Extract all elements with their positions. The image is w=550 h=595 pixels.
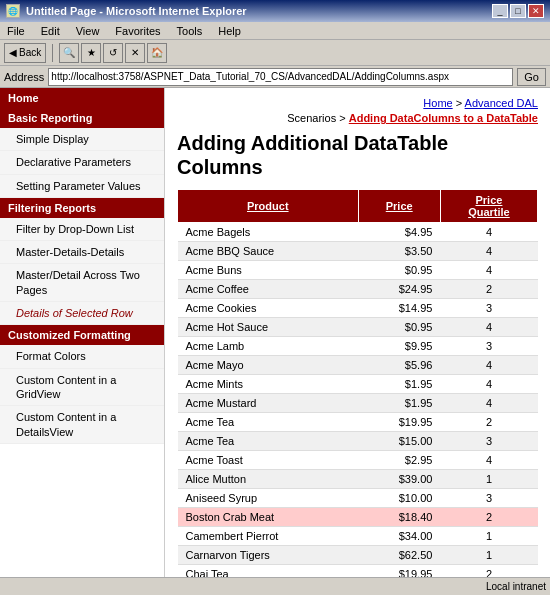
window-controls[interactable]: _ □ ✕: [492, 4, 544, 18]
cell-price: $1.95: [358, 374, 440, 393]
cell-price: $5.96: [358, 355, 440, 374]
breadcrumb-home[interactable]: Home: [423, 97, 452, 109]
sidebar-section-customized-formatting[interactable]: Customized Formatting: [0, 325, 164, 345]
menu-help[interactable]: Help: [215, 25, 244, 37]
menu-tools[interactable]: Tools: [174, 25, 206, 37]
table-row[interactable]: Acme Mustard $1.95 4: [178, 393, 538, 412]
sidebar-item-custom-content-gridview[interactable]: Custom Content in a GridView: [0, 369, 164, 407]
cell-price: $0.95: [358, 317, 440, 336]
sidebar-item-declarative-parameters[interactable]: Declarative Parameters: [0, 151, 164, 174]
search-button[interactable]: 🔍: [59, 43, 79, 63]
sidebar-item-custom-content-detailsview[interactable]: Custom Content in a DetailsView: [0, 406, 164, 444]
breadcrumb-sep2: >: [339, 112, 348, 124]
breadcrumb-scenarios: Scenarios: [287, 112, 336, 124]
cell-quartile: 3: [440, 431, 537, 450]
home-nav-button[interactable]: 🏠: [147, 43, 167, 63]
breadcrumb-sep1: >: [456, 97, 465, 109]
cell-quartile: 3: [440, 488, 537, 507]
page-content: Home > Advanced DAL Scenarios > Adding D…: [165, 88, 550, 577]
col-header-price-quartile[interactable]: PriceQuartile: [440, 189, 537, 222]
toolbar-separator: [52, 44, 53, 62]
menu-edit[interactable]: Edit: [38, 25, 63, 37]
table-row[interactable]: Acme Bagels $4.95 4: [178, 222, 538, 241]
table-row[interactable]: Camembert Pierrot $34.00 1: [178, 526, 538, 545]
breadcrumb: Home > Advanced DAL Scenarios > Adding D…: [177, 96, 538, 127]
cell-quartile: 4: [440, 222, 537, 241]
sidebar-item-format-colors[interactable]: Format Colors: [0, 345, 164, 368]
cell-price: $18.40: [358, 507, 440, 526]
cell-quartile: 3: [440, 298, 537, 317]
cell-price: $3.50: [358, 241, 440, 260]
col-header-product[interactable]: Product: [178, 189, 359, 222]
cell-product: Acme Hot Sauce: [178, 317, 359, 336]
table-row[interactable]: Aniseed Syrup $10.00 3: [178, 488, 538, 507]
sidebar-item-simple-display[interactable]: Simple Display: [0, 128, 164, 151]
address-url: http://localhost:3758/ASPNET_Data_Tutori…: [51, 71, 449, 82]
back-icon: ◀: [9, 47, 17, 58]
cell-product: Acme Tea: [178, 412, 359, 431]
sidebar-item-filter-dropdown[interactable]: Filter by Drop-Down List: [0, 218, 164, 241]
sidebar-item-setting-parameter-values[interactable]: Setting Parameter Values: [0, 175, 164, 198]
sidebar: Home Basic Reporting Simple Display Decl…: [0, 88, 165, 577]
cell-price: $4.95: [358, 222, 440, 241]
cell-price: $62.50: [358, 545, 440, 564]
sidebar-item-details-selected-row[interactable]: Details of Selected Row: [0, 302, 164, 325]
col-header-price[interactable]: Price: [358, 189, 440, 222]
sidebar-section-basic-reporting[interactable]: Basic Reporting: [0, 108, 164, 128]
favorites-button[interactable]: ★: [81, 43, 101, 63]
table-row[interactable]: Acme Toast $2.95 4: [178, 450, 538, 469]
cell-quartile: 4: [440, 393, 537, 412]
cell-price: $10.00: [358, 488, 440, 507]
minimize-button[interactable]: _: [492, 4, 508, 18]
cell-price: $19.95: [358, 564, 440, 577]
table-row[interactable]: Acme Cookies $14.95 3: [178, 298, 538, 317]
table-row[interactable]: Acme BBQ Sauce $3.50 4: [178, 241, 538, 260]
table-row[interactable]: Boston Crab Meat $18.40 2: [178, 507, 538, 526]
close-button[interactable]: ✕: [528, 4, 544, 18]
cell-quartile: 4: [440, 355, 537, 374]
menu-view[interactable]: View: [73, 25, 103, 37]
cell-product: Acme Mustard: [178, 393, 359, 412]
table-row[interactable]: Acme Mayo $5.96 4: [178, 355, 538, 374]
breadcrumb-current: Adding DataColumns to a DataTable: [349, 112, 538, 124]
stop-button[interactable]: ✕: [125, 43, 145, 63]
address-input-display[interactable]: http://localhost:3758/ASPNET_Data_Tutori…: [48, 68, 513, 86]
table-row[interactable]: Alice Mutton $39.00 1: [178, 469, 538, 488]
cell-product: Acme Toast: [178, 450, 359, 469]
table-row[interactable]: Acme Mints $1.95 4: [178, 374, 538, 393]
sidebar-section-filtering-reports[interactable]: Filtering Reports: [0, 198, 164, 218]
table-row[interactable]: Acme Coffee $24.95 2: [178, 279, 538, 298]
cell-product: Acme Lamb: [178, 336, 359, 355]
sidebar-item-master-detail-pages[interactable]: Master/Detail Across Two Pages: [0, 264, 164, 302]
menu-favorites[interactable]: Favorites: [112, 25, 163, 37]
cell-product: Acme Cookies: [178, 298, 359, 317]
cell-quartile: 4: [440, 260, 537, 279]
go-button[interactable]: Go: [517, 68, 546, 86]
table-row[interactable]: Acme Hot Sauce $0.95 4: [178, 317, 538, 336]
table-row[interactable]: Acme Lamb $9.95 3: [178, 336, 538, 355]
cell-quartile: 1: [440, 545, 537, 564]
toolbar-icon-group: 🔍 ★ ↺ ✕ 🏠: [59, 43, 167, 63]
table-row[interactable]: Chai Tea $19.95 2: [178, 564, 538, 577]
back-button[interactable]: ◀ Back: [4, 43, 46, 63]
table-row[interactable]: Acme Tea $15.00 3: [178, 431, 538, 450]
table-row[interactable]: Acme Tea $19.95 2: [178, 412, 538, 431]
sidebar-item-master-details[interactable]: Master-Details-Details: [0, 241, 164, 264]
cell-price: $0.95: [358, 260, 440, 279]
sidebar-item-home[interactable]: Home: [0, 88, 164, 108]
cell-product: Camembert Pierrot: [178, 526, 359, 545]
table-row[interactable]: Acme Buns $0.95 4: [178, 260, 538, 279]
cell-product: Carnarvon Tigers: [178, 545, 359, 564]
address-label: Address: [4, 71, 44, 83]
cell-quartile: 2: [440, 279, 537, 298]
cell-product: Boston Crab Meat: [178, 507, 359, 526]
breadcrumb-advanced-dal[interactable]: Advanced DAL: [465, 97, 538, 109]
maximize-button[interactable]: □: [510, 4, 526, 18]
menu-file[interactable]: File: [4, 25, 28, 37]
cell-price: $24.95: [358, 279, 440, 298]
cell-price: $1.95: [358, 393, 440, 412]
cell-product: Alice Mutton: [178, 469, 359, 488]
table-row[interactable]: Carnarvon Tigers $62.50 1: [178, 545, 538, 564]
refresh-button[interactable]: ↺: [103, 43, 123, 63]
cell-quartile: 4: [440, 317, 537, 336]
